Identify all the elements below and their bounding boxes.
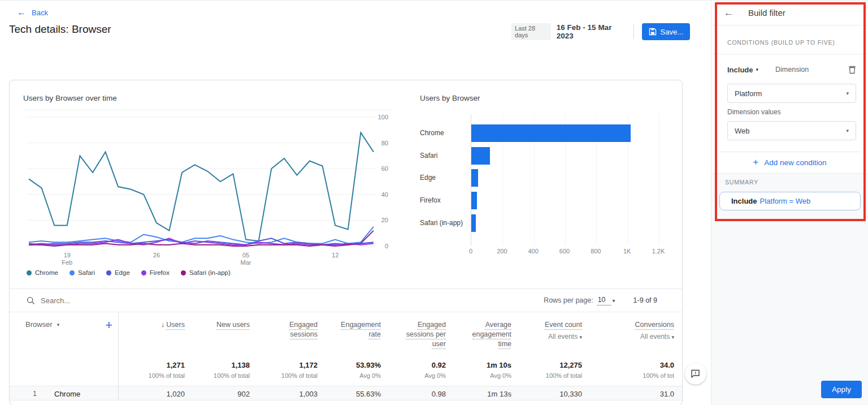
header-cell[interactable]: ConversionsAll events ▾ bbox=[590, 312, 682, 352]
header-label: Event count bbox=[545, 321, 582, 329]
totals-value: 0.92 bbox=[389, 361, 446, 369]
header-cell[interactable]: Engagedsessions peruser bbox=[389, 312, 454, 352]
header-cell[interactable]: Averageengagementtime bbox=[454, 312, 519, 352]
header-divider bbox=[633, 24, 634, 39]
x-axis-tick: 19Feb bbox=[56, 252, 79, 266]
cell: 1m 13s bbox=[454, 386, 519, 400]
header-cell[interactable]: ↓Users bbox=[118, 312, 193, 352]
header-actions: Last 28 days 16 Feb - 15 Mar 2023 Save..… bbox=[511, 23, 690, 40]
bar-safari bbox=[471, 147, 490, 165]
header-cell[interactable]: New users bbox=[193, 312, 258, 352]
totals-cell: 1,271100% of total bbox=[118, 352, 193, 386]
build-filter-panel: ← Build filter CONDITIONS (BUILD UP TO F… bbox=[711, 1, 868, 405]
include-select[interactable]: Include bbox=[727, 66, 753, 74]
header-label: Average bbox=[485, 321, 511, 329]
bar-x-axis-tick: 1.2K bbox=[646, 248, 671, 255]
pagination-controls: Rows per page: 10 ▾ 1-9 of 9 bbox=[544, 296, 657, 305]
dimension-select[interactable]: Browser ▾ bbox=[25, 320, 59, 329]
totals-subtext: 100% of total bbox=[258, 372, 318, 379]
header-label: sessions per bbox=[406, 330, 446, 338]
legend-dot-icon bbox=[106, 270, 111, 275]
panel-back-arrow-icon[interactable]: ← bbox=[724, 7, 734, 19]
totals-value: 1,172 bbox=[258, 361, 318, 369]
totals-value: 1,271 bbox=[119, 361, 185, 369]
legend-dot-icon bbox=[70, 270, 75, 275]
y-axis-tick: 0 bbox=[369, 243, 388, 249]
totals-value: 1,138 bbox=[193, 361, 250, 369]
dimension-values-dropdown[interactable]: Web ▾ bbox=[727, 121, 856, 140]
legend-dot-icon bbox=[141, 270, 146, 275]
totals-cell: 1m 10sAvg 0% bbox=[454, 352, 519, 386]
line-chart-title-divider bbox=[23, 110, 394, 110]
conditions-divider bbox=[711, 54, 868, 54]
legend-item: Safari bbox=[70, 269, 95, 276]
header-label: rate bbox=[368, 330, 381, 338]
summary-chip[interactable]: Include Platform = Web bbox=[719, 192, 861, 210]
rows-per-page-select[interactable]: 10 bbox=[597, 296, 611, 305]
bar-chart-title: Users by Browser bbox=[420, 94, 480, 102]
bar-category-label: Firefox bbox=[420, 196, 441, 204]
header-label: Conversions bbox=[635, 321, 674, 329]
add-new-condition-button[interactable]: + Add new condition bbox=[711, 157, 868, 168]
header-cell[interactable]: Engagedsessions bbox=[258, 312, 326, 352]
delete-condition-icon[interactable] bbox=[848, 65, 856, 74]
header-label: time bbox=[498, 340, 511, 348]
panel-title: Build filter bbox=[748, 8, 785, 18]
row-dimension-value[interactable]: Chrome bbox=[41, 386, 118, 400]
totals-subtext: Avg 0% bbox=[389, 372, 446, 379]
series-line-safari bbox=[29, 227, 374, 244]
legend-label: Safari bbox=[78, 269, 95, 276]
report-table: Browser ▾ + ↓UsersNew usersEngagedsessio… bbox=[10, 312, 682, 400]
y-axis-tick: 100 bbox=[369, 114, 388, 120]
sort-desc-icon[interactable]: ↓ bbox=[161, 320, 164, 330]
dimension-dropdown[interactable]: Platform ▾ bbox=[727, 84, 856, 103]
dimension-values-caret-icon: ▾ bbox=[846, 128, 849, 133]
totals-subtext: 100% of total bbox=[193, 372, 250, 379]
bar-category-label: Safari (in-app) bbox=[420, 219, 463, 227]
search-icon bbox=[27, 296, 35, 305]
apply-button[interactable]: Apply bbox=[821, 381, 862, 398]
add-dimension-button[interactable]: + bbox=[105, 320, 112, 330]
x-axis-tick: 26 bbox=[145, 252, 168, 258]
header-cell[interactable]: Engagementrate bbox=[326, 312, 389, 352]
totals-subtext: Avg 0% bbox=[326, 372, 381, 379]
rows-per-page-caret-icon[interactable]: ▾ bbox=[613, 298, 615, 304]
search-box[interactable] bbox=[27, 296, 544, 305]
search-input[interactable] bbox=[41, 296, 210, 305]
legend-item: Chrome bbox=[27, 269, 58, 276]
header-label: Engagement bbox=[341, 321, 381, 329]
feedback-button[interactable]: ! bbox=[685, 363, 706, 385]
back-link[interactable]: ← Back bbox=[17, 7, 48, 18]
cell: 1,020 bbox=[118, 386, 193, 400]
cell: 1,003 bbox=[258, 386, 326, 400]
svg-text:!: ! bbox=[695, 370, 696, 376]
feedback-icon: ! bbox=[691, 369, 701, 378]
y-axis-tick: 20 bbox=[369, 217, 388, 223]
header-cell[interactable]: Event countAll events ▾ bbox=[519, 312, 590, 352]
metric-event-select[interactable]: All events ▾ bbox=[590, 332, 674, 342]
y-axis-tick: 40 bbox=[369, 191, 388, 198]
totals-cell: 34.0100% of tot bbox=[590, 352, 682, 386]
header-label: New users bbox=[216, 321, 250, 329]
totals-value: 1m 10s bbox=[454, 361, 511, 369]
date-preset-chip[interactable]: Last 28 days bbox=[511, 23, 551, 40]
bar-edge bbox=[471, 169, 478, 187]
back-label: Back bbox=[32, 8, 48, 17]
bar-x-axis-tick: 800 bbox=[583, 248, 608, 255]
save-button[interactable]: Save... bbox=[642, 23, 690, 40]
dimension-values-label: Dimension values bbox=[727, 108, 781, 116]
conditions-label: CONDITIONS (BUILD UP TO FIVE) bbox=[727, 39, 835, 46]
cell: 10,330 bbox=[519, 386, 590, 400]
header-label: user bbox=[432, 340, 446, 348]
metric-event-select[interactable]: All events ▾ bbox=[519, 332, 582, 342]
add-condition-divider bbox=[719, 152, 861, 152]
y-axis-tick: 60 bbox=[369, 165, 388, 172]
date-range-picker[interactable]: 16 Feb - 15 Mar 2023 bbox=[557, 23, 626, 40]
include-caret-icon[interactable]: ▾ bbox=[756, 67, 759, 72]
row-index: 1 bbox=[10, 386, 41, 400]
totals-cell: 12,275100% of total bbox=[519, 352, 590, 386]
totals-value: 53.93% bbox=[326, 361, 381, 369]
legend-label: Chrome bbox=[35, 269, 58, 276]
bar-category-label: Safari bbox=[420, 152, 437, 160]
pagination-range: 1-9 of 9 bbox=[633, 296, 657, 304]
